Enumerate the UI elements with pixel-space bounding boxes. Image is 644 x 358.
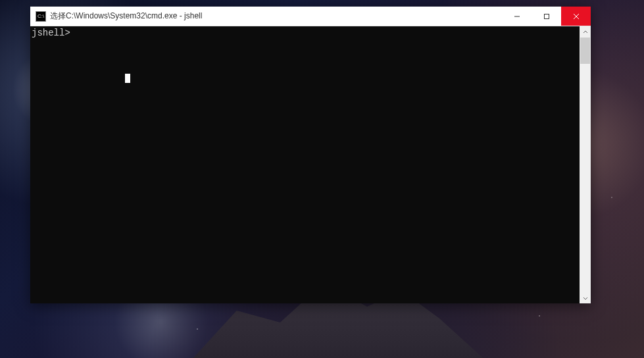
chevron-up-icon [583, 30, 588, 35]
scroll-down-button[interactable] [580, 292, 591, 303]
window-controls [502, 7, 591, 26]
vertical-scrollbar[interactable] [580, 26, 591, 303]
cmd-icon: C:\ [36, 11, 46, 22]
svg-rect-1 [544, 14, 549, 18]
maximize-icon [543, 13, 550, 20]
close-button[interactable] [561, 7, 591, 26]
cmd-window: C:\ 选择C:\Windows\System32\cmd.exe - jshe… [30, 7, 591, 303]
terminal-content[interactable]: jshell> [30, 26, 580, 303]
titlebar[interactable]: C:\ 选择C:\Windows\System32\cmd.exe - jshe… [30, 7, 591, 26]
scrollbar-track[interactable] [580, 38, 591, 292]
terminal-body: jshell> [30, 26, 591, 303]
chevron-down-icon [583, 295, 588, 301]
terminal-cursor [125, 74, 130, 83]
terminal-prompt: jshell> [32, 28, 70, 38]
minimize-icon [514, 13, 520, 20]
cmd-icon-label: C:\ [37, 14, 44, 19]
minimize-button[interactable] [502, 7, 532, 26]
scroll-up-button[interactable] [580, 26, 591, 38]
maximize-button[interactable] [532, 7, 561, 26]
window-title: 选择C:\Windows\System32\cmd.exe - jshell [50, 11, 502, 22]
close-icon [573, 13, 580, 20]
scrollbar-thumb[interactable] [580, 38, 590, 64]
